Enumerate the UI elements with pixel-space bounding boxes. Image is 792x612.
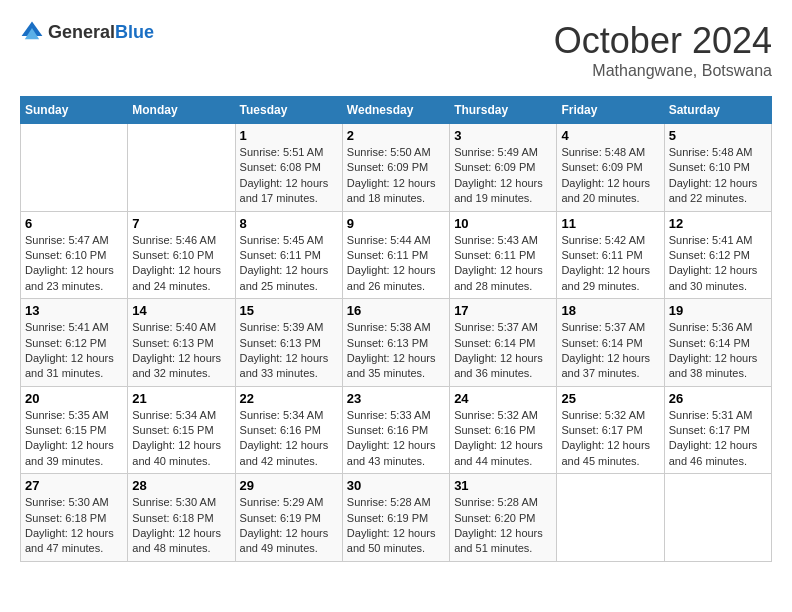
calendar-day-cell: 15Sunrise: 5:39 AMSunset: 6:13 PMDayligh… bbox=[235, 299, 342, 387]
day-info: Sunrise: 5:47 AMSunset: 6:10 PMDaylight:… bbox=[25, 233, 123, 295]
calendar-day-cell: 1Sunrise: 5:51 AMSunset: 6:08 PMDaylight… bbox=[235, 124, 342, 212]
day-number: 3 bbox=[454, 128, 552, 143]
day-number: 29 bbox=[240, 478, 338, 493]
day-info: Sunrise: 5:42 AMSunset: 6:11 PMDaylight:… bbox=[561, 233, 659, 295]
day-info: Sunrise: 5:38 AMSunset: 6:13 PMDaylight:… bbox=[347, 320, 445, 382]
weekday-header-cell: Saturday bbox=[664, 97, 771, 124]
calendar-body: 1Sunrise: 5:51 AMSunset: 6:08 PMDaylight… bbox=[21, 124, 772, 562]
day-info: Sunrise: 5:48 AMSunset: 6:09 PMDaylight:… bbox=[561, 145, 659, 207]
logo: GeneralBlue bbox=[20, 20, 154, 44]
day-info: Sunrise: 5:29 AMSunset: 6:19 PMDaylight:… bbox=[240, 495, 338, 557]
weekday-header-cell: Friday bbox=[557, 97, 664, 124]
calendar-day-cell: 5Sunrise: 5:48 AMSunset: 6:10 PMDaylight… bbox=[664, 124, 771, 212]
calendar-title: October 2024 bbox=[554, 20, 772, 62]
calendar-day-cell: 28Sunrise: 5:30 AMSunset: 6:18 PMDayligh… bbox=[128, 474, 235, 562]
day-number: 7 bbox=[132, 216, 230, 231]
calendar-day-cell: 18Sunrise: 5:37 AMSunset: 6:14 PMDayligh… bbox=[557, 299, 664, 387]
calendar-day-cell: 27Sunrise: 5:30 AMSunset: 6:18 PMDayligh… bbox=[21, 474, 128, 562]
calendar-day-cell: 29Sunrise: 5:29 AMSunset: 6:19 PMDayligh… bbox=[235, 474, 342, 562]
day-number: 8 bbox=[240, 216, 338, 231]
calendar-week-row: 6Sunrise: 5:47 AMSunset: 6:10 PMDaylight… bbox=[21, 211, 772, 299]
day-number: 28 bbox=[132, 478, 230, 493]
day-info: Sunrise: 5:46 AMSunset: 6:10 PMDaylight:… bbox=[132, 233, 230, 295]
logo-general-text: General bbox=[48, 22, 115, 42]
day-number: 15 bbox=[240, 303, 338, 318]
day-info: Sunrise: 5:49 AMSunset: 6:09 PMDaylight:… bbox=[454, 145, 552, 207]
weekday-header-cell: Sunday bbox=[21, 97, 128, 124]
day-number: 5 bbox=[669, 128, 767, 143]
day-info: Sunrise: 5:36 AMSunset: 6:14 PMDaylight:… bbox=[669, 320, 767, 382]
day-number: 21 bbox=[132, 391, 230, 406]
calendar-day-cell: 17Sunrise: 5:37 AMSunset: 6:14 PMDayligh… bbox=[450, 299, 557, 387]
calendar-day-cell: 14Sunrise: 5:40 AMSunset: 6:13 PMDayligh… bbox=[128, 299, 235, 387]
day-number: 14 bbox=[132, 303, 230, 318]
calendar-day-cell: 24Sunrise: 5:32 AMSunset: 6:16 PMDayligh… bbox=[450, 386, 557, 474]
day-number: 25 bbox=[561, 391, 659, 406]
day-number: 16 bbox=[347, 303, 445, 318]
day-number: 9 bbox=[347, 216, 445, 231]
day-info: Sunrise: 5:32 AMSunset: 6:17 PMDaylight:… bbox=[561, 408, 659, 470]
day-number: 24 bbox=[454, 391, 552, 406]
day-info: Sunrise: 5:51 AMSunset: 6:08 PMDaylight:… bbox=[240, 145, 338, 207]
weekday-header-row: SundayMondayTuesdayWednesdayThursdayFrid… bbox=[21, 97, 772, 124]
weekday-header-cell: Thursday bbox=[450, 97, 557, 124]
calendar-day-cell bbox=[664, 474, 771, 562]
day-number: 13 bbox=[25, 303, 123, 318]
calendar-location: Mathangwane, Botswana bbox=[554, 62, 772, 80]
logo-icon bbox=[20, 20, 44, 44]
calendar-day-cell: 23Sunrise: 5:33 AMSunset: 6:16 PMDayligh… bbox=[342, 386, 449, 474]
calendar-day-cell: 9Sunrise: 5:44 AMSunset: 6:11 PMDaylight… bbox=[342, 211, 449, 299]
day-number: 20 bbox=[25, 391, 123, 406]
day-number: 23 bbox=[347, 391, 445, 406]
calendar-day-cell: 31Sunrise: 5:28 AMSunset: 6:20 PMDayligh… bbox=[450, 474, 557, 562]
day-number: 11 bbox=[561, 216, 659, 231]
weekday-header-cell: Monday bbox=[128, 97, 235, 124]
weekday-header-cell: Wednesday bbox=[342, 97, 449, 124]
day-info: Sunrise: 5:34 AMSunset: 6:15 PMDaylight:… bbox=[132, 408, 230, 470]
calendar-day-cell: 6Sunrise: 5:47 AMSunset: 6:10 PMDaylight… bbox=[21, 211, 128, 299]
day-number: 26 bbox=[669, 391, 767, 406]
day-info: Sunrise: 5:37 AMSunset: 6:14 PMDaylight:… bbox=[561, 320, 659, 382]
calendar-day-cell bbox=[557, 474, 664, 562]
day-info: Sunrise: 5:45 AMSunset: 6:11 PMDaylight:… bbox=[240, 233, 338, 295]
day-info: Sunrise: 5:28 AMSunset: 6:20 PMDaylight:… bbox=[454, 495, 552, 557]
calendar-day-cell: 19Sunrise: 5:36 AMSunset: 6:14 PMDayligh… bbox=[664, 299, 771, 387]
day-info: Sunrise: 5:50 AMSunset: 6:09 PMDaylight:… bbox=[347, 145, 445, 207]
calendar-day-cell: 21Sunrise: 5:34 AMSunset: 6:15 PMDayligh… bbox=[128, 386, 235, 474]
day-number: 4 bbox=[561, 128, 659, 143]
day-number: 1 bbox=[240, 128, 338, 143]
calendar-day-cell: 10Sunrise: 5:43 AMSunset: 6:11 PMDayligh… bbox=[450, 211, 557, 299]
calendar-day-cell: 3Sunrise: 5:49 AMSunset: 6:09 PMDaylight… bbox=[450, 124, 557, 212]
day-info: Sunrise: 5:35 AMSunset: 6:15 PMDaylight:… bbox=[25, 408, 123, 470]
day-info: Sunrise: 5:41 AMSunset: 6:12 PMDaylight:… bbox=[25, 320, 123, 382]
weekday-header-cell: Tuesday bbox=[235, 97, 342, 124]
page-header: GeneralBlue October 2024 Mathangwane, Bo… bbox=[20, 20, 772, 80]
title-block: October 2024 Mathangwane, Botswana bbox=[554, 20, 772, 80]
calendar-day-cell: 22Sunrise: 5:34 AMSunset: 6:16 PMDayligh… bbox=[235, 386, 342, 474]
calendar-day-cell: 4Sunrise: 5:48 AMSunset: 6:09 PMDaylight… bbox=[557, 124, 664, 212]
day-number: 17 bbox=[454, 303, 552, 318]
day-info: Sunrise: 5:37 AMSunset: 6:14 PMDaylight:… bbox=[454, 320, 552, 382]
day-number: 19 bbox=[669, 303, 767, 318]
day-info: Sunrise: 5:28 AMSunset: 6:19 PMDaylight:… bbox=[347, 495, 445, 557]
calendar-day-cell: 16Sunrise: 5:38 AMSunset: 6:13 PMDayligh… bbox=[342, 299, 449, 387]
calendar-week-row: 1Sunrise: 5:51 AMSunset: 6:08 PMDaylight… bbox=[21, 124, 772, 212]
calendar-day-cell bbox=[128, 124, 235, 212]
calendar-day-cell: 11Sunrise: 5:42 AMSunset: 6:11 PMDayligh… bbox=[557, 211, 664, 299]
day-info: Sunrise: 5:41 AMSunset: 6:12 PMDaylight:… bbox=[669, 233, 767, 295]
calendar-week-row: 27Sunrise: 5:30 AMSunset: 6:18 PMDayligh… bbox=[21, 474, 772, 562]
calendar-day-cell: 20Sunrise: 5:35 AMSunset: 6:15 PMDayligh… bbox=[21, 386, 128, 474]
day-number: 18 bbox=[561, 303, 659, 318]
day-number: 30 bbox=[347, 478, 445, 493]
day-info: Sunrise: 5:31 AMSunset: 6:17 PMDaylight:… bbox=[669, 408, 767, 470]
day-number: 22 bbox=[240, 391, 338, 406]
calendar-day-cell: 13Sunrise: 5:41 AMSunset: 6:12 PMDayligh… bbox=[21, 299, 128, 387]
calendar-day-cell bbox=[21, 124, 128, 212]
day-info: Sunrise: 5:33 AMSunset: 6:16 PMDaylight:… bbox=[347, 408, 445, 470]
day-number: 31 bbox=[454, 478, 552, 493]
day-info: Sunrise: 5:39 AMSunset: 6:13 PMDaylight:… bbox=[240, 320, 338, 382]
day-number: 27 bbox=[25, 478, 123, 493]
calendar-table: SundayMondayTuesdayWednesdayThursdayFrid… bbox=[20, 96, 772, 562]
day-number: 10 bbox=[454, 216, 552, 231]
logo-blue-text: Blue bbox=[115, 22, 154, 42]
